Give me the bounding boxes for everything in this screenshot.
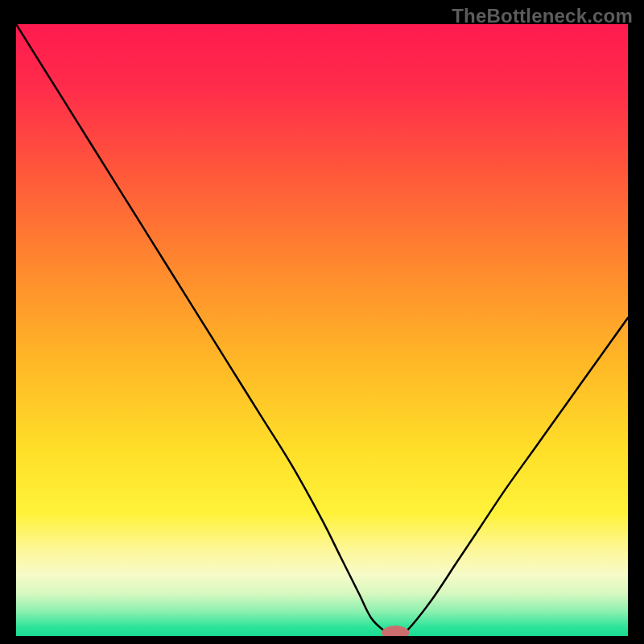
- watermark-text: TheBottleneck.com: [452, 5, 633, 27]
- chart-frame: TheBottleneck.com: [0, 0, 644, 644]
- gradient-background: [16, 24, 628, 636]
- plot-area: [16, 24, 628, 636]
- chart-svg: [16, 24, 628, 636]
- optimal-point-marker: [382, 626, 408, 636]
